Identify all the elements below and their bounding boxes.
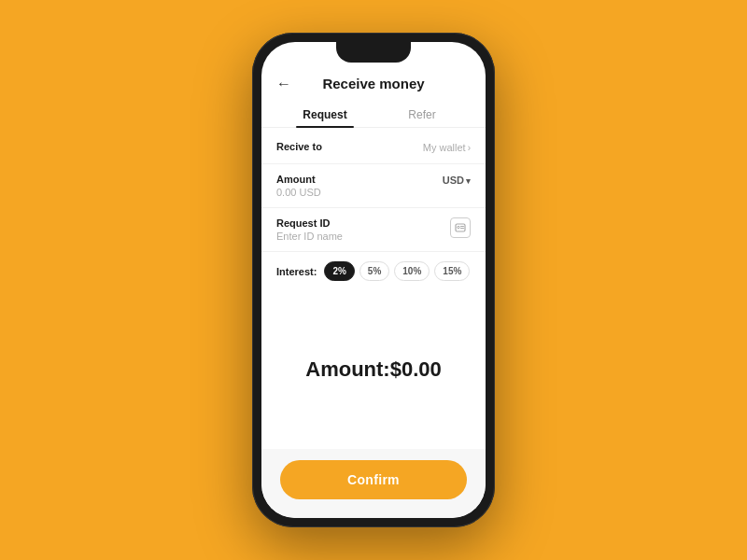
amount-display-text: Amount:$0.00 (305, 357, 441, 382)
back-button[interactable]: ← (276, 76, 291, 92)
amount-placeholder: 0.00 USD (276, 187, 471, 198)
amount-section: Amount USD ▾ 0.00 USD (261, 164, 486, 208)
tab-refer[interactable]: Refer (374, 101, 471, 127)
confirm-button[interactable]: Confirm (280, 460, 467, 499)
my-wallet-text: My wallet (423, 142, 466, 153)
request-id-placeholder: Enter ID name (276, 231, 343, 242)
interest-section: Interest: 2% 5% 10% 15% (261, 252, 486, 290)
svg-point-1 (458, 226, 459, 228)
receive-to-label: Recive to (276, 141, 322, 152)
chevron-down-icon: ▾ (466, 176, 471, 186)
amount-label: Amount (276, 174, 316, 185)
phone-frame: ← Receive money Request Refer Recive to … (252, 33, 495, 527)
tabs: Request Refer (261, 101, 486, 128)
screen-content: ← Receive money Request Refer Recive to … (261, 42, 486, 518)
chip-10pct[interactable]: 10% (394, 261, 430, 281)
wallet-arrow-icon: › (468, 143, 471, 153)
chip-15pct[interactable]: 15% (434, 261, 470, 281)
confirm-area: Confirm (261, 449, 486, 518)
currency-selector[interactable]: USD ▾ (443, 175, 471, 186)
notch (336, 42, 411, 63)
interest-chips: 2% 5% 10% 15% (324, 261, 470, 281)
request-id-section: Request ID Enter ID name (261, 208, 486, 252)
my-wallet-link[interactable]: My wallet › (423, 142, 471, 153)
chip-2pct[interactable]: 2% (324, 261, 354, 281)
currency-text: USD (443, 175, 464, 186)
amount-display: Amount:$0.00 (261, 290, 486, 449)
interest-label: Interest: (276, 266, 317, 277)
id-card-icon[interactable] (450, 217, 471, 238)
chip-5pct[interactable]: 5% (359, 261, 389, 281)
header: ← Receive money (261, 68, 486, 101)
page-title: Receive money (322, 76, 424, 91)
receive-to-section: Recive to My wallet › (261, 132, 486, 164)
phone-screen: ← Receive money Request Refer Recive to … (261, 42, 486, 518)
tab-request[interactable]: Request (276, 101, 374, 127)
request-id-label: Request ID (276, 217, 343, 229)
